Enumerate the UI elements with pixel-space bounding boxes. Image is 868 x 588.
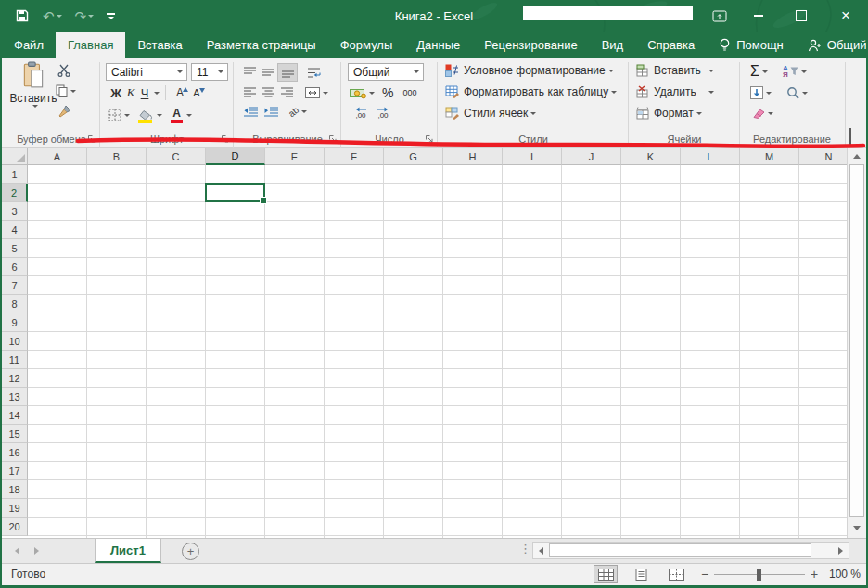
row-header-19[interactable]: 19: [2, 499, 28, 518]
vertical-scrollbar[interactable]: [847, 148, 866, 538]
clear-button[interactable]: [750, 109, 765, 119]
format-cells-dropdown-icon[interactable]: [696, 112, 702, 115]
underline-dropdown-icon[interactable]: [154, 92, 160, 95]
collapse-ribbon-button[interactable]: [849, 130, 851, 147]
normal-view-button[interactable]: [594, 565, 618, 583]
select-all-corner[interactable]: [2, 148, 28, 165]
comma-style-button[interactable]: 000: [402, 88, 416, 97]
align-left-button[interactable]: [240, 84, 259, 101]
underline-button[interactable]: Ч: [138, 86, 151, 100]
autosum-dropdown-icon[interactable]: [762, 70, 768, 73]
scroll-up-button[interactable]: [849, 149, 864, 163]
cell-styles-dropdown-icon[interactable]: [530, 112, 536, 115]
ribbon-display-options-button[interactable]: [705, 0, 734, 32]
format-as-table-dropdown-icon[interactable]: [611, 91, 617, 94]
close-button[interactable]: ×: [830, 0, 862, 32]
column-header-D[interactable]: D: [206, 148, 265, 165]
tab-file[interactable]: Файл: [2, 32, 56, 58]
column-header-N[interactable]: N: [799, 148, 847, 165]
column-header-G[interactable]: G: [384, 148, 443, 165]
column-header-J[interactable]: J: [562, 148, 621, 165]
row-header-8[interactable]: 8: [2, 295, 28, 313]
number-format-combo[interactable]: Общий: [348, 63, 424, 81]
accounting-format-button[interactable]: [350, 87, 366, 99]
fill-handle[interactable]: [260, 197, 267, 204]
zoom-out-button[interactable]: −: [699, 567, 710, 582]
font-color-dropdown-icon[interactable]: [186, 114, 192, 117]
conditional-formatting-dropdown-icon[interactable]: [608, 70, 614, 72]
paste-dropdown-icon[interactable]: [32, 105, 38, 108]
page-layout-view-button[interactable]: [629, 565, 653, 583]
column-header-C[interactable]: C: [147, 148, 206, 165]
row-header-13[interactable]: 13: [2, 388, 28, 406]
sort-filter-dropdown-icon[interactable]: [801, 70, 807, 73]
tab-review[interactable]: Рецензирование: [472, 32, 589, 58]
shrink-font-button[interactable]: А: [188, 87, 205, 98]
delete-cells-button[interactable]: Удалить: [636, 85, 746, 98]
borders-dropdown-icon[interactable]: [124, 114, 130, 117]
row-header-17[interactable]: 17: [2, 462, 28, 480]
font-size-combo[interactable]: 11: [191, 63, 228, 81]
fill-button[interactable]: [750, 86, 763, 99]
align-middle-button[interactable]: [259, 64, 277, 81]
column-header-I[interactable]: I: [503, 148, 562, 165]
row-header-5[interactable]: 5: [2, 239, 28, 258]
tab-share[interactable]: Общий доступ: [796, 32, 868, 58]
align-top-button[interactable]: [240, 64, 259, 81]
font-dialog-launcher-icon[interactable]: [221, 134, 230, 144]
italic-button[interactable]: К: [123, 85, 138, 100]
tab-insert[interactable]: Вставка: [125, 32, 194, 58]
new-sheet-button[interactable]: +: [182, 543, 199, 560]
prev-sheet-icon[interactable]: [15, 547, 19, 555]
font-name-combo[interactable]: Calibri: [106, 63, 187, 81]
tab-help[interactable]: Справка: [635, 32, 707, 58]
tab-data[interactable]: Данные: [404, 32, 472, 58]
delete-cells-dropdown-icon[interactable]: [708, 91, 714, 94]
insert-cells-button[interactable]: Вставить: [636, 64, 746, 77]
row-header-6[interactable]: 6: [2, 258, 28, 276]
page-break-view-button[interactable]: [664, 565, 688, 583]
row-header-14[interactable]: 14: [2, 406, 28, 425]
column-header-L[interactable]: L: [681, 148, 740, 165]
minimize-button[interactable]: [744, 0, 773, 32]
scroll-down-button[interactable]: [849, 521, 864, 535]
scroll-right-button[interactable]: [834, 544, 847, 556]
row-header-1[interactable]: 1: [2, 165, 28, 184]
fill-color-dropdown-icon[interactable]: [157, 114, 162, 117]
zoom-level-label[interactable]: 100 %: [829, 568, 861, 581]
insert-cells-dropdown-icon[interactable]: [708, 70, 714, 72]
vertical-scroll-thumb[interactable]: [849, 164, 864, 517]
row-header-3[interactable]: 3: [2, 202, 28, 221]
redo-button[interactable]: ↷: [75, 9, 95, 23]
merge-dropdown-icon[interactable]: [323, 92, 328, 95]
fill-color-button[interactable]: [137, 107, 154, 123]
row-header-4[interactable]: 4: [2, 221, 28, 239]
percent-style-button[interactable]: %: [382, 85, 393, 100]
tab-home[interactable]: Главная: [56, 32, 125, 58]
sheet-tab-list1[interactable]: Лист1: [95, 539, 161, 563]
wrap-text-button[interactable]: [307, 67, 321, 79]
accounting-dropdown-icon[interactable]: [369, 92, 375, 95]
find-select-button[interactable]: [786, 86, 799, 99]
row-header-12[interactable]: 12: [2, 369, 28, 388]
zoom-slider-thumb[interactable]: [757, 569, 761, 581]
conditional-formatting-button[interactable]: Условное форматирование: [445, 64, 634, 77]
column-header-F[interactable]: F: [325, 148, 384, 165]
paste-button[interactable]: Вставить: [9, 61, 57, 128]
column-header-A[interactable]: A: [28, 148, 87, 165]
customize-quick-access-icon[interactable]: [107, 13, 115, 19]
active-cell-selection[interactable]: [205, 183, 265, 202]
decrease-decimal-button[interactable]: ,00: [372, 107, 394, 120]
align-bottom-button[interactable]: [277, 63, 298, 82]
number-dialog-launcher-icon[interactable]: [425, 134, 434, 144]
cells-canvas[interactable]: [28, 165, 847, 538]
next-sheet-icon[interactable]: [34, 547, 39, 555]
row-header-18[interactable]: 18: [2, 480, 28, 499]
decrease-indent-button[interactable]: [240, 107, 261, 117]
row-header-16[interactable]: 16: [2, 443, 28, 462]
find-select-dropdown-icon[interactable]: [802, 92, 808, 95]
horizontal-scrollbar[interactable]: [532, 542, 849, 559]
maximize-button[interactable]: [786, 0, 816, 32]
row-header-20[interactable]: 20: [2, 518, 28, 536]
row-header-15[interactable]: 15: [2, 425, 28, 443]
